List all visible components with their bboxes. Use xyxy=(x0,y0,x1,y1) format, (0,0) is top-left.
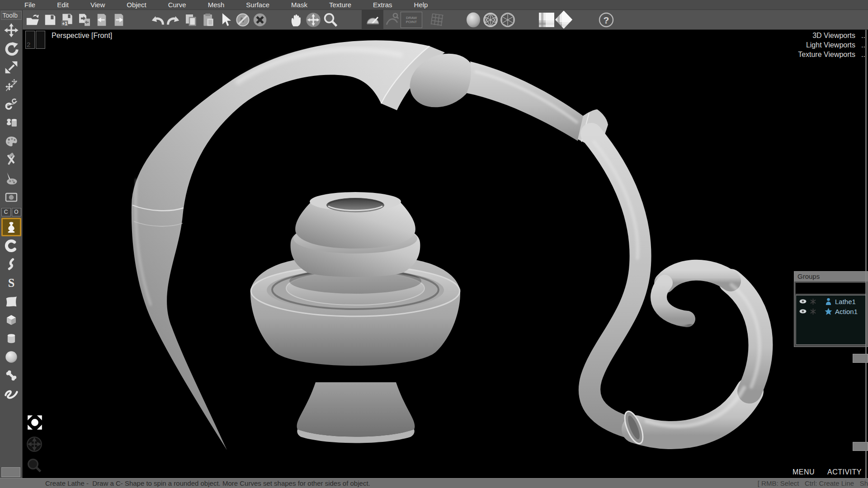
group-item-label[interactable]: Lathe1 xyxy=(835,298,856,305)
paste-icon[interactable] xyxy=(200,11,217,29)
bone-tool-icon[interactable] xyxy=(1,366,21,385)
corner-buttons: MENU ACTIVITY xyxy=(793,468,862,476)
menu-light-viewports[interactable]: Light Viewports .. xyxy=(760,40,865,50)
viewport-pane-right xyxy=(36,31,45,49)
menu-edit[interactable]: Edit xyxy=(46,1,80,9)
help-icon[interactable]: ? xyxy=(598,11,615,29)
rotate-tool-icon[interactable] xyxy=(1,39,21,58)
save-increment-label: +1 xyxy=(62,21,67,26)
grid-icon[interactable] xyxy=(429,11,446,29)
menu-mesh[interactable]: Mesh xyxy=(197,1,236,9)
texture-grid-icon[interactable] xyxy=(538,11,555,29)
viewport-3d[interactable]: 2 Perspective [Front] 3D Viewports .. Li… xyxy=(23,30,868,478)
zoom-view-icon[interactable] xyxy=(26,457,43,475)
lathe-tool-icon[interactable] xyxy=(1,218,21,236)
palette-tool-icon[interactable] xyxy=(1,132,21,150)
shaded-sphere-icon[interactable] xyxy=(465,11,482,29)
slab-tool-icon[interactable] xyxy=(1,292,21,310)
cube-tool-icon[interactable] xyxy=(1,310,21,329)
panel-handle-top[interactable] xyxy=(853,354,868,363)
import-pages-icon[interactable] xyxy=(76,11,93,29)
freeze-snowflake-icon[interactable] xyxy=(808,298,818,305)
menu-3d-viewports-dots: .. xyxy=(855,32,865,40)
viewport-nav-controls xyxy=(26,414,43,475)
c-curve-tool-icon[interactable] xyxy=(1,236,21,255)
viewport-pane-left: 2 xyxy=(25,31,35,49)
redo-icon[interactable] xyxy=(165,11,183,29)
curve-magnifier-icon[interactable] xyxy=(383,11,401,29)
curve-tool-icon[interactable] xyxy=(1,255,21,273)
group-item-label[interactable]: Action1 xyxy=(835,308,858,315)
undo-icon[interactable] xyxy=(148,11,165,29)
shapes-tool-icon[interactable] xyxy=(1,113,21,132)
draw-point-icon[interactable]: DRAW POINT xyxy=(401,12,422,28)
groups-filter-field[interactable] xyxy=(796,283,866,294)
tab-objects[interactable]: O xyxy=(12,208,21,216)
texture-diamond-icon[interactable] xyxy=(555,11,572,29)
wireframe-sphere-icon[interactable] xyxy=(482,11,499,29)
s-curve-tool-icon[interactable]: S xyxy=(1,273,21,292)
pan-view-icon[interactable] xyxy=(26,436,43,454)
delete-icon[interactable] xyxy=(251,11,269,29)
zoom-icon[interactable] xyxy=(322,11,339,29)
viewport-menu: 3D Viewports .. Light Viewports .. Textu… xyxy=(760,31,865,59)
menu-texture[interactable]: Texture xyxy=(318,1,362,9)
group-row-action1[interactable]: Action1 xyxy=(796,306,866,316)
focus-target-icon[interactable] xyxy=(26,414,43,433)
menu-surface[interactable]: Surface xyxy=(235,1,280,9)
menu-view[interactable]: View xyxy=(80,1,116,9)
menu-bar: File Edit View Object Curve Mesh Surface… xyxy=(0,0,868,10)
visibility-eye-icon[interactable] xyxy=(798,298,808,305)
visibility-eye-icon[interactable] xyxy=(798,308,808,314)
status-bar: Create Lathe - Draw a C- Shape to spin a… xyxy=(0,478,868,488)
copy-icon[interactable] xyxy=(183,11,200,29)
cylinder-tool-icon[interactable] xyxy=(1,329,21,347)
tab-curves[interactable]: C xyxy=(1,208,11,216)
panel-handle-bottom[interactable] xyxy=(853,442,868,451)
menu-button[interactable]: MENU xyxy=(793,468,815,476)
sphere-tool-icon[interactable] xyxy=(1,347,21,366)
sidebar-bottom-slot[interactable] xyxy=(1,467,20,477)
group-row-lathe1[interactable]: Lathe1 xyxy=(796,296,866,306)
line-tool-icon[interactable] xyxy=(1,385,21,403)
menu-object[interactable]: Object xyxy=(116,1,157,9)
paint-tool-icon[interactable] xyxy=(1,169,21,188)
camera-render-icon[interactable] xyxy=(1,188,21,206)
menu-file[interactable]: File xyxy=(14,1,46,9)
move-on-path-tool-icon[interactable] xyxy=(1,76,21,95)
menu-3d-viewports[interactable]: 3D Viewports .. xyxy=(760,31,865,40)
move-view-icon[interactable] xyxy=(305,11,322,29)
page-right-icon[interactable] xyxy=(110,11,127,29)
menu-light-viewports-dots: .. xyxy=(855,41,865,49)
tools-hammer-icon[interactable] xyxy=(1,150,21,169)
page-left-icon[interactable] xyxy=(93,11,110,29)
scale-tool-icon[interactable] xyxy=(1,58,21,76)
pan-hand-icon[interactable] xyxy=(288,11,305,29)
lathe-object-icon xyxy=(823,298,833,305)
status-hints: [ RMB: Select Ctrl: Create Line Sh xyxy=(758,479,868,487)
save-icon[interactable] xyxy=(42,11,59,29)
menu-curve[interactable]: Curve xyxy=(157,1,197,9)
menu-texture-viewports[interactable]: Texture Viewports .. xyxy=(760,50,865,59)
wireframe-sphere-2-icon[interactable] xyxy=(499,11,516,29)
rotate-on-path-tool-icon[interactable] xyxy=(1,95,21,113)
groups-list: Lathe1 Action1 xyxy=(796,295,866,345)
deselect-icon[interactable] xyxy=(234,11,251,29)
angle-protractor-icon[interactable] xyxy=(362,10,383,30)
activity-button[interactable]: ACTIVITY xyxy=(827,468,862,476)
menu-extras[interactable]: Extras xyxy=(362,1,403,9)
status-message: Create Lathe - Draw a C- Shape to spin a… xyxy=(45,479,370,487)
menu-help[interactable]: Help xyxy=(403,1,439,9)
draw-point-line2: POINT xyxy=(406,20,417,24)
move-tool-icon[interactable] xyxy=(1,21,21,39)
sidebar-title: Toolb xyxy=(1,11,22,20)
select-cursor-icon[interactable] xyxy=(217,11,234,29)
freeze-snowflake-icon[interactable] xyxy=(808,308,818,315)
viewport-layout-thumbnail[interactable]: 2 xyxy=(25,31,46,49)
menu-texture-viewports-label: Texture Viewports xyxy=(760,51,855,59)
menu-mask[interactable]: Mask xyxy=(280,1,318,9)
save-increment-icon[interactable]: +1 xyxy=(59,11,76,29)
open-icon[interactable] xyxy=(24,11,42,29)
groups-panel-title[interactable]: Groups xyxy=(794,272,868,282)
right-panel-rail xyxy=(865,30,867,478)
